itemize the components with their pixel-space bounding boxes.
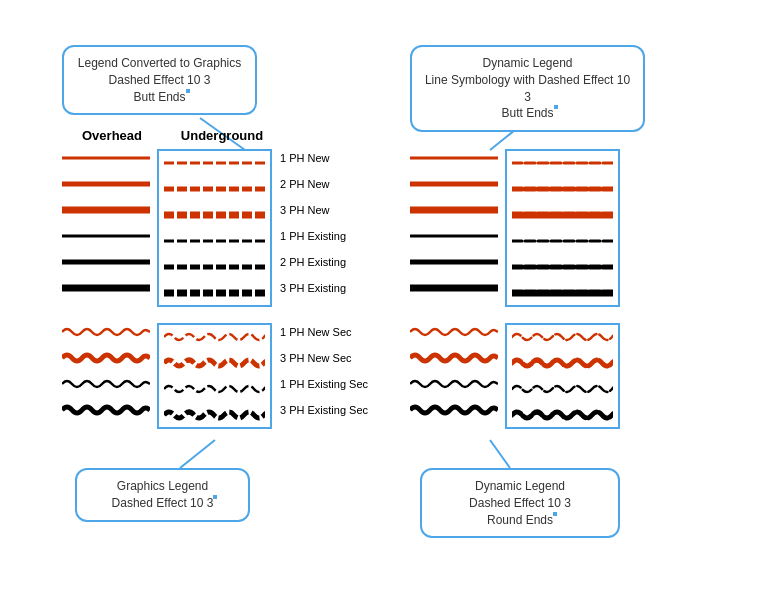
r-oh-3ph-new <box>410 201 505 219</box>
svg-line-3 <box>490 440 510 468</box>
callout-top-left-text: Legend Converted to Graphics Dashed Effe… <box>78 56 241 104</box>
label-3ph-new-sec: 3 PH New Sec <box>280 349 368 367</box>
oh-2ph-exist <box>62 253 157 271</box>
callout-bottom-left-text: Graphics Legend Dashed Effect 10 3 <box>112 479 214 510</box>
oh-2ph-new <box>62 175 157 193</box>
oh-1ph-new <box>62 149 157 167</box>
label-1ph-new-sec: 1 PH New Sec <box>280 323 368 341</box>
oh-1ph-exist <box>62 227 157 245</box>
overhead-header-left: Overhead <box>62 128 162 143</box>
r-sec-oh-1phexist <box>410 375 505 393</box>
labels-secondary-left: 1 PH New Sec 3 PH New Sec 1 PH Existing … <box>280 323 368 429</box>
label-3ph-new: 3 PH New <box>280 201 346 219</box>
ug-3ph-new-left <box>164 206 265 224</box>
label-2ph-exist: 2 PH Existing <box>280 253 346 271</box>
left-legend-section: Overhead Underground <box>62 128 368 429</box>
label-3ph-exist: 3 PH Existing <box>280 279 346 297</box>
sec-oh-3phnew <box>62 349 157 367</box>
r-oh-1ph-exist <box>410 227 505 245</box>
secondary-section-left: 1 PH New Sec 3 PH New Sec 1 PH Existing … <box>62 323 368 429</box>
label-3ph-exist-sec: 3 PH Existing Sec <box>280 401 368 419</box>
primary-rows-right <box>410 149 630 307</box>
r-ug-3ph-exist <box>512 284 613 302</box>
callout-top-right-text: Dynamic Legend Line Symbology with Dashe… <box>425 56 630 120</box>
underground-header-left: Underground <box>162 128 282 143</box>
r-ug-1ph-exist <box>512 232 613 250</box>
callout-top-left: Legend Converted to Graphics Dashed Effe… <box>62 45 257 115</box>
ug-1ph-new-left <box>164 154 265 172</box>
overhead-lines-left <box>62 149 157 307</box>
column-headers-right: Overhead Underground <box>410 128 630 143</box>
label-1ph-exist-sec: 1 PH Existing Sec <box>280 375 368 393</box>
callout-bottom-right: Dynamic Legend Dashed Effect 10 3 Round … <box>420 468 620 538</box>
ug-2ph-exist-left <box>164 258 265 276</box>
label-1ph-new: 1 PH New <box>280 149 346 167</box>
overhead-lines-right <box>410 149 505 307</box>
sec-ug-1phexist-left <box>164 380 265 398</box>
r-sec-ug-3phexist <box>512 406 613 424</box>
primary-rows-left: 1 PH New 2 PH New 3 PH New 1 PH Existing… <box>62 149 368 307</box>
sec-rows-left: 1 PH New Sec 3 PH New Sec 1 PH Existing … <box>62 323 368 429</box>
ug-1ph-exist-left <box>164 232 265 250</box>
column-headers-left: Overhead Underground <box>62 128 368 143</box>
r-sec-oh-1phnew <box>410 323 505 341</box>
ug-2ph-new-left <box>164 180 265 198</box>
sec-oh-3phexist <box>62 401 157 419</box>
sec-oh-1phnew <box>62 323 157 341</box>
secondary-section-right <box>410 323 630 429</box>
callout-bottom-right-text: Dynamic Legend Dashed Effect 10 3 Round … <box>469 479 571 527</box>
oh-3ph-exist <box>62 279 157 297</box>
sec-ug-1phnew-left <box>164 328 265 346</box>
sec-underground-left <box>157 323 272 429</box>
sec-ug-3phexist-left <box>164 406 265 424</box>
svg-line-2 <box>180 440 215 468</box>
oh-3ph-new <box>62 201 157 219</box>
r-ug-2ph-new <box>512 180 613 198</box>
r-oh-2ph-exist <box>410 253 505 271</box>
right-legend-section: Overhead Underground <box>410 128 630 429</box>
callout-top-right: Dynamic Legend Line Symbology with Dashe… <box>410 45 645 132</box>
sec-ug-3phnew-left <box>164 354 265 372</box>
sec-underground-right <box>505 323 620 429</box>
label-2ph-new: 2 PH New <box>280 175 346 193</box>
underground-lines-right <box>505 149 620 307</box>
sec-overhead-right <box>410 323 505 429</box>
r-oh-3ph-exist <box>410 279 505 297</box>
r-sec-ug-1phexist <box>512 380 613 398</box>
underground-lines-left <box>157 149 272 307</box>
r-ug-1ph-new <box>512 154 613 172</box>
callout-bottom-left: Graphics Legend Dashed Effect 10 3 <box>75 468 250 522</box>
labels-primary-left: 1 PH New 2 PH New 3 PH New 1 PH Existing… <box>280 149 346 307</box>
r-oh-2ph-new <box>410 175 505 193</box>
r-sec-oh-3phnew <box>410 349 505 367</box>
r-sec-ug-1phnew <box>512 328 613 346</box>
r-ug-3ph-new <box>512 206 613 224</box>
label-1ph-exist: 1 PH Existing <box>280 227 346 245</box>
r-oh-1ph-new <box>410 149 505 167</box>
r-ug-2ph-exist <box>512 258 613 276</box>
r-sec-oh-3phexist <box>410 401 505 419</box>
sec-rows-right <box>410 323 630 429</box>
r-sec-ug-3phnew <box>512 354 613 372</box>
sec-overhead-left <box>62 323 157 429</box>
ug-3ph-exist-left <box>164 284 265 302</box>
sec-oh-1phexist <box>62 375 157 393</box>
